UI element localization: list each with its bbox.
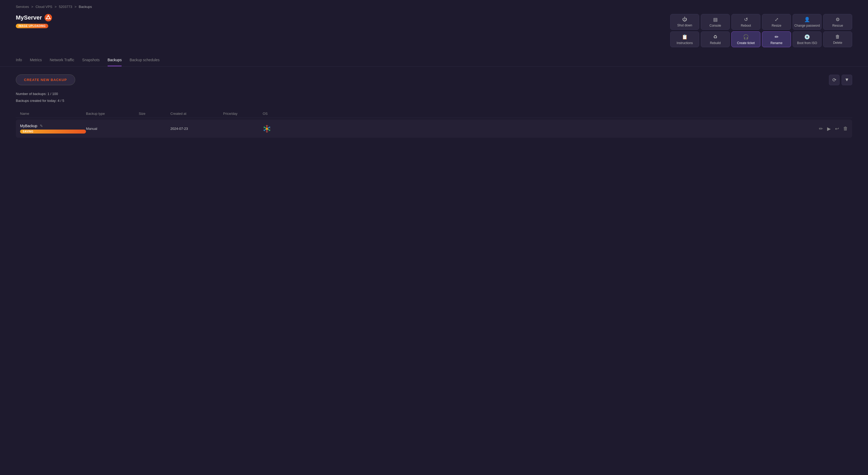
created-at-cell: 2024-07-23 [170, 127, 223, 130]
os-icon [263, 124, 271, 133]
shut-down-label: Shut down [677, 24, 692, 27]
boot-from-iso-button[interactable]: 💿 Boot from ISO [793, 31, 822, 47]
col-header-name: Name [20, 112, 86, 116]
refresh-button[interactable]: ⟳ [829, 75, 839, 85]
server-name-block: MyServer IMAGE UPLOADING [16, 14, 52, 28]
backup-type-cell: Manual [86, 127, 139, 130]
svg-point-3 [50, 18, 51, 19]
col-header-os: OS [263, 112, 848, 116]
table-container: Name Backup type Size Created at Price/d… [16, 110, 852, 138]
col-header-size: Size [139, 112, 170, 116]
delete-backup-button[interactable]: 🗑 [843, 126, 848, 131]
rescue-label: Rescue [832, 24, 843, 27]
filter-button[interactable]: ▼ [842, 75, 852, 85]
rename-icon: ✏ [775, 34, 779, 40]
breadcrumb-current: Backups [79, 5, 92, 9]
rename-label: Rename [770, 41, 782, 45]
backups-count: Number of backups: 1 / 100 [16, 90, 852, 97]
tab-snapshots[interactable]: Snapshots [82, 58, 100, 66]
create-new-backup-button[interactable]: CREATE NEW BACKUP [16, 75, 75, 85]
table-header: Name Backup type Size Created at Price/d… [16, 110, 852, 118]
backup-name-row: MyBackup ✎ [20, 124, 86, 128]
backups-today: Backups created for today: 4 / 5 [16, 97, 852, 104]
reboot-icon: ↺ [744, 17, 748, 23]
image-uploading-badge: IMAGE UPLOADING [16, 24, 48, 28]
boot-from-iso-icon: 💿 [804, 34, 810, 40]
breadcrumb-services[interactable]: Services [16, 5, 29, 9]
create-ticket-icon: 🎧 [743, 34, 749, 40]
tabs-bar: Info Metrics Network Traffic Snapshots B… [0, 53, 868, 66]
delete-label: Delete [833, 41, 842, 44]
resize-label: Resize [772, 24, 781, 27]
svg-point-2 [48, 15, 49, 16]
tab-network-traffic[interactable]: Network Traffic [50, 58, 74, 66]
shut-down-button[interactable]: ⏻ Shut down [670, 14, 699, 30]
instructions-button[interactable]: 📋 Instructions [670, 31, 699, 47]
content-area: CREATE NEW BACKUP ⟳ ▼ Number of backups:… [0, 66, 868, 146]
create-ticket-button[interactable]: 🎧 Create ticket [732, 31, 761, 47]
shut-down-icon: ⏻ [682, 17, 687, 22]
change-password-icon: 👤 [804, 17, 810, 23]
rebuild-icon: ♻ [713, 34, 717, 40]
action-buttons-grid: ⏻ Shut down ▤ Console ↺ Reboot ⤢ Resize … [670, 14, 852, 47]
svg-point-4 [46, 18, 47, 19]
tab-info[interactable]: Info [16, 58, 22, 66]
main-header: MyServer IMAGE UPLOADING ⏻ Shut down [0, 11, 868, 47]
instructions-label: Instructions [677, 41, 692, 45]
table-row: MyBackup ✎ SAVING Manual 2024-07-23 [16, 120, 852, 138]
top-bar: CREATE NEW BACKUP ⟳ ▼ [16, 75, 852, 85]
refresh-icon: ⟳ [832, 77, 836, 83]
col-header-created-at: Created at [170, 112, 223, 116]
icon-buttons: ⟳ ▼ [829, 75, 852, 85]
delete-button[interactable]: 🗑 Delete [823, 31, 852, 47]
rebuild-button[interactable]: ♻ Rebuild [701, 31, 730, 47]
filter-icon: ▼ [844, 77, 849, 83]
tab-backup-schedules[interactable]: Backup schedules [129, 58, 160, 66]
change-password-button[interactable]: 👤 Change password [793, 14, 822, 30]
rescue-icon: ⚙ [836, 17, 840, 23]
col-header-price-day: Price/day [223, 112, 263, 116]
backup-name-text: MyBackup [20, 124, 37, 128]
console-button[interactable]: ▤ Console [701, 14, 730, 30]
breadcrumb-cloud-vps[interactable]: Cloud VPS [36, 5, 53, 9]
saving-badge: SAVING [20, 129, 86, 133]
reboot-button[interactable]: ↺ Reboot [732, 14, 761, 30]
ubuntu-icon [44, 14, 52, 21]
breadcrumb-server-id[interactable]: 5203773 [59, 5, 72, 9]
create-ticket-label: Create ticket [737, 41, 754, 45]
instructions-icon: 📋 [682, 34, 688, 40]
delete-icon: 🗑 [835, 34, 840, 39]
breadcrumb: Services > Cloud VPS > 5203773 > Backups [0, 0, 868, 11]
row-actions: ✏ ▶ ↩ 🗑 [819, 126, 848, 132]
change-password-label: Change password [795, 24, 820, 27]
restore-backup-button[interactable]: ▶ [827, 126, 831, 132]
stats-section: Number of backups: 1 / 100 Backups creat… [16, 90, 852, 104]
col-header-backup-type: Backup type [86, 112, 139, 116]
rebuild-label: Rebuild [710, 41, 721, 45]
rescue-button[interactable]: ⚙ Rescue [823, 14, 852, 30]
resize-icon: ⤢ [775, 17, 779, 23]
tab-backups[interactable]: Backups [107, 58, 122, 66]
server-title: MyServer [16, 14, 52, 21]
console-icon: ▤ [713, 17, 718, 23]
tab-metrics[interactable]: Metrics [30, 58, 42, 66]
boot-from-iso-label: Boot from ISO [797, 41, 817, 45]
rename-button[interactable]: ✏ Rename [762, 31, 791, 47]
resize-button[interactable]: ⤢ Resize [762, 14, 791, 30]
server-name-text: MyServer [16, 14, 42, 21]
svg-point-9 [266, 128, 268, 130]
backup-name-cell: MyBackup ✎ SAVING [20, 124, 86, 133]
console-label: Console [710, 24, 721, 27]
edit-backup-button[interactable]: ✏ [819, 126, 823, 132]
reboot-label: Reboot [741, 24, 751, 27]
rollback-backup-button[interactable]: ↩ [835, 126, 839, 132]
inline-edit-icon[interactable]: ✎ [40, 124, 43, 128]
